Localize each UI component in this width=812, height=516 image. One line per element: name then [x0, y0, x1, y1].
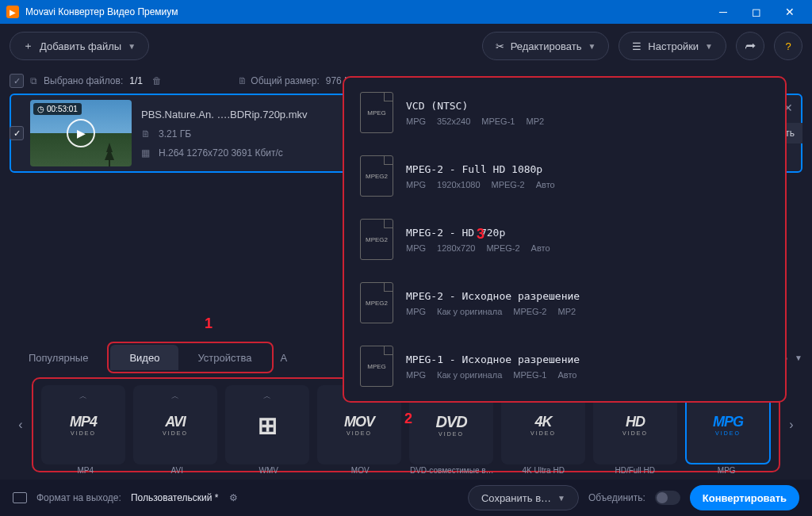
format-logo: 4K: [534, 414, 551, 430]
chevron-down-icon[interactable]: ▼: [795, 354, 802, 362]
preset-title: MPEG-1 - Исходное разрешение: [406, 354, 580, 365]
annotation-1: 1: [205, 315, 213, 332]
window-title: Movavi Конвертер Видео Премиум: [25, 6, 707, 17]
share-icon: ⮫: [745, 40, 756, 52]
preset-file-icon: MPEG2: [360, 282, 393, 323]
format-logo: MOV: [344, 414, 374, 430]
tabs-annotation-box: Видео Устройства: [107, 342, 274, 373]
preset-file-icon: MPEG2: [360, 155, 393, 197]
plus-icon: ＋: [23, 39, 33, 53]
preset-subtitle: MPG1920x1080MPEG-2Авто: [406, 180, 555, 189]
delete-button[interactable]: 🗑: [152, 75, 162, 86]
convert-button[interactable]: Конвертировать: [690, 485, 799, 510]
format-sublabel: VIDEO: [530, 430, 556, 436]
main-toolbar: ＋ Добавить файлы ▼ ✂ Редактировать ▼ ☰ Н…: [0, 24, 812, 68]
gear-icon[interactable]: ⚙: [229, 492, 238, 503]
maximize-button[interactable]: ◻: [741, 0, 772, 24]
chevron-down-icon: ▼: [705, 42, 713, 51]
preset-subtitle: MPGКак у оригиналаMPEG-1Авто: [406, 370, 580, 380]
preset-title: MPEG-2 - Full HD 1080p: [406, 163, 555, 175]
preset-item[interactable]: MPEG2MPEG-2 - Исходное разрешениеMPGКак …: [344, 271, 785, 334]
preset-title: MPEG-2 - Исходное разрешение: [406, 290, 580, 302]
settings-button[interactable]: ☰ Настройки ▼: [619, 32, 726, 60]
file-checkbox[interactable]: ✓: [10, 126, 24, 140]
format-labels-row: MP4AVIWMVMOVDVD-совместимые в…4K Ultra H…: [40, 466, 772, 475]
format-logo: AVI: [165, 414, 186, 430]
tab-popular[interactable]: Популярные: [10, 342, 107, 373]
monitor-icon: [13, 492, 27, 503]
close-window-button[interactable]: ✕: [774, 0, 806, 24]
output-format-label: Формат на выходе:: [36, 492, 121, 503]
selected-count: 1/1: [129, 75, 143, 86]
save-to-label: Сохранить в…: [481, 492, 551, 504]
format-label: MPG: [681, 466, 773, 475]
preset-dropdown-panel: MPEGVCD (NTSC)MPG352x240MPEG-1MP2MPEG2MP…: [343, 76, 787, 403]
preset-subtitle: MPG1280x720MPEG-2Авто: [406, 243, 550, 253]
annotation-2: 2: [404, 411, 412, 427]
format-label: WMV: [223, 466, 315, 475]
tab-video[interactable]: Видео: [110, 345, 178, 370]
format-logo: MP4: [70, 414, 97, 430]
preset-item[interactable]: MPEGMPEG-1 - Исходное разрешениеMPGКак у…: [344, 334, 785, 398]
app-logo-icon: ▶: [6, 6, 19, 18]
output-format-value: Пользовательский *: [131, 492, 219, 503]
format-logo: DVD: [435, 413, 466, 431]
format-sublabel: VIDEO: [347, 430, 372, 436]
file-codec: H.264 1276x720 3691 Кбит/с: [159, 147, 283, 159]
help-button[interactable]: ?: [774, 32, 802, 60]
chevron-up-icon: ︿: [79, 391, 87, 402]
chevron-down-icon: ▼: [128, 42, 136, 51]
preset-item[interactable]: MPEGVCD (NTSC)MPG352x240MPEG-1MP2: [344, 81, 785, 144]
add-files-button[interactable]: ＋ Добавить файлы ▼: [10, 32, 149, 60]
question-icon: ?: [785, 40, 791, 52]
file-size: 3.21 ГБ: [159, 128, 191, 140]
format-card-avi[interactable]: ︿AVIVIDEO: [133, 385, 217, 464]
minimize-button[interactable]: ─: [707, 0, 739, 24]
annotation-3: 3: [477, 226, 485, 243]
format-sublabel: VIDEO: [71, 430, 96, 436]
carousel-prev-button[interactable]: ‹: [10, 385, 32, 464]
format-card-wmv[interactable]: ︿⊞: [225, 385, 309, 464]
preset-title: VCD (NTSC): [406, 100, 544, 112]
format-label: DVD-совместимые в…: [406, 466, 498, 475]
preset-file-icon: MPEG2: [360, 219, 393, 260]
edit-button[interactable]: ✂ Редактировать ▼: [482, 32, 610, 60]
duration-badge: ◷ 00:53:01: [33, 103, 82, 115]
tools-icon: ✂: [496, 40, 504, 52]
preset-file-icon: MPEG: [360, 346, 393, 387]
disk-icon: 🗎: [141, 128, 152, 140]
page-icon: 🗎: [238, 75, 247, 86]
format-card-mp4[interactable]: ︿MP4VIDEO: [41, 385, 125, 464]
tab-more[interactable]: А: [274, 342, 293, 373]
format-sublabel: VIDEO: [163, 430, 188, 436]
selected-label: Выбрано файлов:: [44, 75, 123, 86]
play-icon[interactable]: ▶: [67, 119, 95, 147]
preset-item[interactable]: MPEG2MPEG-2 - HD 720pMPG1280x720MPEG-2Ав…: [344, 208, 785, 271]
format-label: 4K Ultra HD: [498, 466, 590, 475]
total-size-label: Общий размер:: [251, 75, 319, 86]
tab-devices[interactable]: Устройства: [178, 345, 270, 370]
chevron-up-icon: ︿: [171, 391, 179, 402]
format-label: MOV: [315, 466, 407, 475]
video-info-icon: ▦: [141, 147, 152, 159]
preset-item[interactable]: MPEG2MPEG-2 - Full HD 1080pMPG1920x1080M…: [344, 144, 785, 208]
copy-icon: ⧉: [30, 75, 37, 86]
select-all-checkbox[interactable]: ✓: [10, 74, 24, 88]
share-button[interactable]: ⮫: [736, 32, 764, 60]
preset-subtitle: MPG352x240MPEG-1MP2: [406, 117, 544, 126]
chevron-down-icon: ▼: [557, 494, 565, 503]
format-label: HD/Full HD: [589, 466, 681, 475]
titlebar: ▶ Movavi Конвертер Видео Премиум ─ ◻ ✕: [0, 0, 812, 24]
merge-toggle[interactable]: [655, 491, 680, 505]
format-label: AVI: [132, 466, 224, 475]
add-files-label: Добавить файлы: [40, 40, 121, 52]
format-label: MP4: [40, 466, 132, 475]
file-thumbnail[interactable]: ◷ 00:53:01 ▶: [30, 100, 132, 166]
clock-icon: ◷: [37, 105, 44, 113]
save-to-button[interactable]: Сохранить в… ▼: [468, 485, 579, 510]
format-logo: MPG: [713, 414, 743, 430]
chevron-up-icon: ︿: [263, 391, 271, 402]
bottom-bar: Формат на выходе: Пользовательский * ⚙ С…: [0, 480, 812, 516]
preset-file-icon: MPEG: [360, 92, 393, 133]
format-sublabel: VIDEO: [622, 430, 648, 436]
